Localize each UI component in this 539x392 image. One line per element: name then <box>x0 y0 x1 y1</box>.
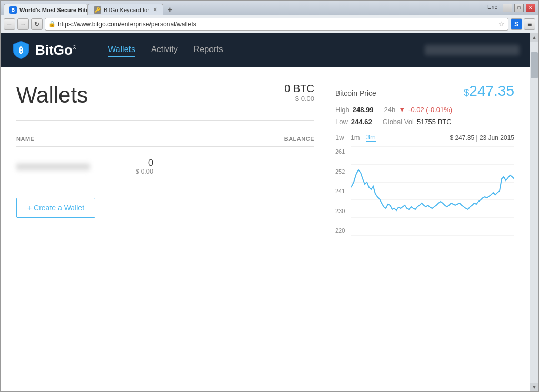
tab2-title: BitGo Keycard for <box>104 7 149 13</box>
high-label: High <box>335 106 350 114</box>
chart-controls: 1w 1m 3m $ 247.35 | 23 Jun 2015 <box>335 133 514 142</box>
forward-button[interactable]: → <box>17 18 29 30</box>
chart-area <box>351 146 514 236</box>
tab1-title: World's Most Secure Bitc... <box>19 7 88 13</box>
bitcoin-price-label: Bitcoin Price <box>335 89 376 97</box>
chart-container: 261 252 241 230 220 <box>335 146 514 236</box>
bitgo-shield-icon: ₿ <box>11 40 31 60</box>
tab2-close[interactable]: ✕ <box>153 6 157 13</box>
minimize-button[interactable]: ─ <box>503 4 512 12</box>
period-1m[interactable]: 1m <box>351 134 360 142</box>
address-field[interactable]: 🔒 https://www.bitgo.com/enterprise/perso… <box>45 18 508 31</box>
user-name: Eric <box>487 4 497 12</box>
price-number: 247.35 <box>469 83 514 99</box>
price-stats-row1: High 248.99 24h ▼ -0.02 (-0.01%) <box>335 106 514 114</box>
total-balance-block: 0 BTC $ 0.00 <box>284 83 314 103</box>
change-icon: ▼ <box>398 106 405 114</box>
scroll-track[interactable] <box>530 42 538 383</box>
right-panel: Bitcoin Price $247.35 High 248.99 24h ▼ <box>335 83 514 376</box>
vol-value: 51755 BTC <box>417 118 452 126</box>
nav-wallets[interactable]: Wallets <box>108 43 135 57</box>
tab-2[interactable]: 🔑 BitGo Keycard for ✕ <box>88 4 163 15</box>
scroll-handle[interactable] <box>531 52 538 78</box>
svg-text:₿: ₿ <box>19 46 23 55</box>
vol-stat: Global Vol 51755 BTC <box>383 118 452 126</box>
toolbar-icons: S ≡ <box>511 18 535 30</box>
period-stat: 24h ▼ -0.02 (-0.01%) <box>384 106 453 114</box>
low-stat: Low 244.62 <box>335 118 372 126</box>
browser-content: ₿ BitGo® Wallets Activity Reports <box>1 33 530 391</box>
left-panel: Wallets 0 BTC $ 0.00 NAME BALANCE 0 <box>16 83 314 376</box>
high-stat: High 248.99 <box>335 106 374 114</box>
period-1w[interactable]: 1w <box>335 134 344 142</box>
key-icon: 🔒 <box>48 21 56 27</box>
main-content: Wallets 0 BTC $ 0.00 NAME BALANCE 0 <box>1 67 530 391</box>
nav-activity[interactable]: Activity <box>151 43 178 57</box>
col-balance-header: BALANCE <box>251 136 314 142</box>
chart-date: $ 247.35 | 23 Jun 2015 <box>450 134 514 142</box>
low-value: 244.62 <box>351 118 372 126</box>
bitgo-brand: BitGo® <box>35 42 76 58</box>
chart-label-241: 241 <box>335 188 345 194</box>
table-header: NAME BALANCE <box>16 132 314 147</box>
scrollbar[interactable]: ▲ ▼ <box>530 33 538 391</box>
create-wallet-button[interactable]: + Create a Wallet <box>16 198 95 218</box>
tab-1[interactable]: B World's Most Secure Bitc... ✕ <box>4 4 88 15</box>
chart-label-252: 252 <box>335 168 345 175</box>
price-stats-row2: Low 244.62 Global Vol 51755 BTC <box>335 118 514 126</box>
chart-label-261: 261 <box>335 148 345 155</box>
page-title: Wallets <box>16 83 88 108</box>
window-controls: Eric ─ □ ✕ <box>487 4 535 12</box>
dollar-sign: $ <box>464 87 469 98</box>
chart-y-labels: 261 252 241 230 220 <box>335 146 345 236</box>
brand-text: BitGo <box>35 42 73 58</box>
wallet-name <box>16 163 90 170</box>
bitcoin-price-value: $247.35 <box>464 83 514 99</box>
user-email-blur <box>425 45 520 55</box>
browser-tabs: B World's Most Secure Bitc... ✕ 🔑 BitGo … <box>4 1 487 15</box>
star-icon: ☆ <box>498 20 505 28</box>
scroll-up-arrow[interactable]: ▲ <box>530 33 538 42</box>
btc-total: 0 BTC <box>284 83 314 95</box>
high-value: 248.99 <box>353 106 374 114</box>
wallet-btc-amount: 0 <box>90 158 153 168</box>
table-row[interactable]: 0 $ 0.00 <box>16 152 314 182</box>
chart-label-220: 220 <box>335 227 345 234</box>
wallet-balance-block: 0 $ 0.00 <box>90 158 153 175</box>
nav-reports[interactable]: Reports <box>194 43 223 57</box>
main-nav: Wallets Activity Reports <box>108 43 223 57</box>
maximize-button[interactable]: □ <box>514 4 524 12</box>
create-wallet-label: + Create a Wallet <box>27 204 84 212</box>
tab1-favicon: B <box>9 6 17 14</box>
reg-mark: ® <box>73 45 76 51</box>
new-tab-button[interactable]: + <box>163 4 177 15</box>
back-button[interactable]: ← <box>4 18 15 30</box>
bitgo-logo[interactable]: ₿ BitGo® <box>11 40 76 60</box>
price-header: Bitcoin Price $247.35 <box>335 83 514 99</box>
address-bar-row: ← → ↻ 🔒 https://www.bitgo.com/enterprise… <box>1 15 538 33</box>
col-name-header: NAME <box>16 136 251 142</box>
change-value: -0.02 (-0.01%) <box>408 106 452 114</box>
close-button[interactable]: ✕ <box>526 4 535 12</box>
user-area <box>425 45 520 55</box>
low-label: Low <box>335 118 348 126</box>
period-3m[interactable]: 3m <box>366 133 376 142</box>
url-text: https://www.bitgo.com/enterprise/persona… <box>58 21 196 28</box>
sync-icon[interactable]: S <box>511 18 522 30</box>
tab2-favicon: 🔑 <box>94 6 101 14</box>
refresh-button[interactable]: ↻ <box>31 18 43 30</box>
wallet-usd-amount: $ 0.00 <box>90 168 153 175</box>
menu-icon[interactable]: ≡ <box>524 18 535 30</box>
scroll-down-arrow[interactable]: ▼ <box>530 383 538 391</box>
bitgo-header: ₿ BitGo® Wallets Activity Reports <box>1 33 530 67</box>
period-label: 24h <box>384 106 396 114</box>
chart-label-230: 230 <box>335 208 345 214</box>
usd-total: $ 0.00 <box>284 95 314 103</box>
title-bar: B World's Most Secure Bitc... ✕ 🔑 BitGo … <box>1 1 538 15</box>
vol-label: Global Vol <box>383 118 414 126</box>
